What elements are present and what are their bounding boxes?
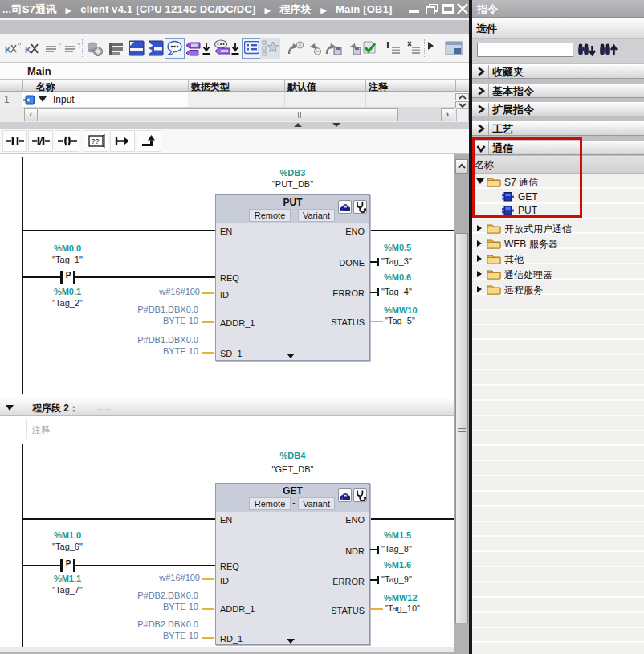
- svg-text:??: ??: [92, 137, 100, 145]
- svg-text:K: K: [25, 45, 31, 55]
- svg-text:K: K: [5, 45, 11, 55]
